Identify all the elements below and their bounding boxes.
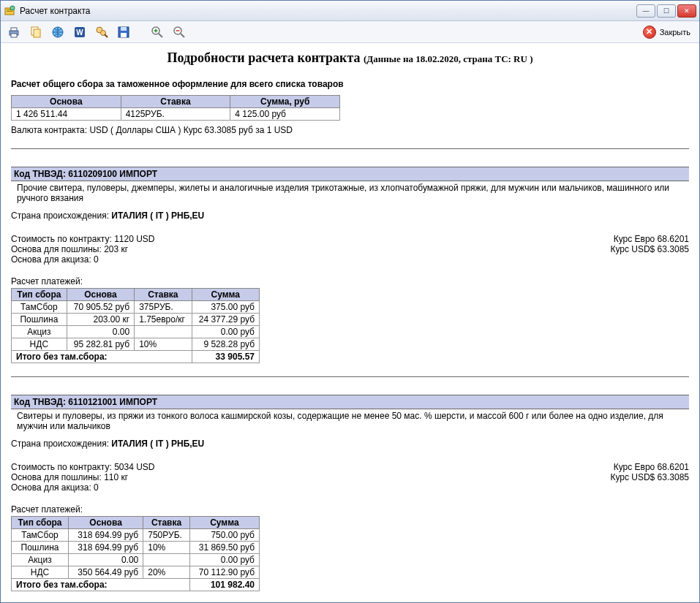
fee-row: 1 426 511.44 4125РУБ. 4 125.00 руб [12, 108, 340, 121]
window-title: Расчет контракта [20, 6, 636, 16]
info-row: Стоимость по контракту: 1120 USD Основа … [11, 234, 689, 265]
calc-type: Акциз [12, 326, 67, 338]
svg-rect-8 [34, 29, 40, 37]
calc-rate: 375РУБ. [135, 301, 192, 314]
origin-label: Страна происхождения: [11, 439, 109, 449]
calc-h-base: Основа [68, 517, 143, 529]
svg-line-14 [105, 34, 108, 37]
calc-rate: 20% [143, 566, 190, 579]
info-right: Курс Евро 68.6201 Курс USD$ 63.3085 [610, 462, 689, 493]
calc-h-rate: Ставка [135, 289, 192, 301]
tnved-header: Код ТНВЭД: 6110121001 ИМПОРТ [11, 395, 689, 409]
calc-table: Тип сбора Основа Ставка Сумма ТамСбор 31… [11, 516, 260, 591]
excise-base: Основа для акциза: 0 [11, 254, 155, 265]
origin-line: Страна происхождения: ИТАЛИЯ ( IT ) РНБ,… [11, 439, 689, 449]
calc-row: ТамСбор 318 694.99 руб 750РУБ. 750.00 ру… [12, 529, 260, 542]
usd-rate: Курс USD$ 63.3085 [610, 472, 689, 482]
calc-type: Пошлина [12, 542, 69, 554]
calc-title: Расчет платежей: [11, 504, 689, 515]
search-icon[interactable] [93, 23, 110, 41]
calc-base: 203.00 кг [67, 314, 134, 326]
duty-base: Основа для пошлины: 203 кг [11, 244, 155, 254]
calc-row: Пошлина 203.00 кг 1.75евро/кг 24 377.29 … [12, 314, 260, 326]
close-button[interactable]: ✕ Закрыть [639, 24, 695, 40]
fee-table: Основа Ставка Сумма, руб 1 426 511.44 41… [11, 95, 340, 121]
calc-total-label: Итого без там.сбора: [12, 579, 190, 591]
divider [11, 148, 689, 149]
duty-base: Основа для пошлины: 110 кг [11, 472, 155, 482]
print-icon[interactable] [5, 23, 23, 41]
calc-total-row: Итого без там.сбора: 33 905.57 [12, 351, 260, 363]
calc-h-rate: Ставка [143, 517, 190, 529]
calc-rate [143, 554, 190, 566]
excise-base: Основа для акциза: 0 [11, 482, 155, 493]
calc-sum: 375.00 руб [192, 301, 259, 314]
minimize-button[interactable]: — [636, 4, 655, 18]
divider [11, 376, 689, 377]
svg-rect-17 [121, 33, 127, 37]
internet-icon[interactable] [49, 23, 67, 41]
fee-base: 1 426 511.44 [12, 108, 121, 121]
save-icon[interactable] [115, 23, 132, 41]
svg-rect-16 [121, 27, 127, 31]
calc-sum: 31 869.50 руб [189, 542, 259, 554]
calc-sum: 0.00 руб [192, 326, 259, 338]
zoom-out-icon[interactable] [170, 23, 188, 41]
calc-total-label: Итого без там.сбора: [12, 351, 192, 363]
calc-h-sum: Сумма [189, 517, 259, 529]
calc-base: 0.00 [68, 554, 143, 566]
calc-type: ТамСбор [12, 301, 67, 314]
origin-value: ИТАЛИЯ ( IT ) РНБ,EU [111, 439, 204, 449]
calc-rate: 10% [143, 542, 190, 554]
svg-rect-2 [7, 11, 12, 12]
fee-header-base: Основа [12, 96, 121, 108]
calc-total-value: 33 905.57 [192, 351, 259, 363]
page-title: Подробности расчета контракта (Данные на… [11, 50, 689, 66]
calc-type: Пошлина [12, 314, 67, 326]
contract-value: Стоимость по контракту: 1120 USD [11, 234, 155, 244]
calc-base: 318 694.99 руб [68, 529, 143, 542]
euro-rate: Курс Евро 68.6201 [610, 462, 689, 472]
fee-rate: 4125РУБ. [121, 108, 230, 121]
close-label: Закрыть [660, 28, 690, 37]
calc-total-row: Итого без там.сбора: 101 982.40 [12, 579, 260, 591]
calc-base: 70 905.52 руб [67, 301, 134, 314]
origin-line: Страна происхождения: ИТАЛИЯ ( IT ) РНБ,… [11, 211, 689, 221]
svg-text:W: W [76, 29, 83, 37]
app-window: Расчет контракта — ☐ ✕ W [0, 0, 700, 603]
calc-row: НДС 95 282.81 руб 10% 9 528.28 руб [12, 338, 260, 351]
calc-row: Акциз 0.00 0.00 руб [12, 326, 260, 338]
calc-base: 0.00 [67, 326, 134, 338]
calc-type: Акциз [12, 554, 69, 566]
calc-h-type: Тип сбора [12, 517, 69, 529]
calc-total-value: 101 982.40 [189, 579, 259, 591]
calc-rate: 10% [135, 338, 192, 351]
svg-rect-6 [11, 34, 17, 37]
fee-header-sum: Сумма, руб [230, 96, 340, 108]
fee-header-rate: Ставка [121, 96, 230, 108]
calc-h-base: Основа [67, 289, 134, 301]
close-icon: ✕ [643, 26, 656, 39]
close-window-button[interactable]: ✕ [677, 4, 696, 18]
calc-sum: 9 528.28 руб [192, 338, 259, 351]
tnved-header: Код ТНВЭД: 6110209100 ИМПОРТ [11, 167, 689, 181]
copy-icon[interactable] [27, 23, 45, 41]
word-icon[interactable]: W [71, 23, 89, 41]
content-area[interactable]: Подробности расчета контракта (Данные на… [1, 43, 699, 602]
item-description: Прочие свитера, пуловеры, джемперы, жиле… [11, 181, 689, 206]
item-description: Свитеры и пуловеры, из пряжи из тонкого … [11, 409, 689, 434]
zoom-in-icon[interactable] [148, 23, 166, 41]
calc-type: НДС [12, 566, 69, 579]
svg-line-23 [181, 34, 184, 37]
svg-point-3 [10, 6, 15, 10]
calc-h-type: Тип сбора [12, 289, 67, 301]
contract-value: Стоимость по контракту: 5034 USD [11, 462, 155, 472]
origin-value: ИТАЛИЯ ( IT ) РНБ,EU [111, 211, 204, 221]
calc-h-sum: Сумма [192, 289, 259, 301]
calc-sum: 0.00 руб [189, 554, 259, 566]
calc-row: Акциз 0.00 0.00 руб [12, 554, 260, 566]
maximize-button[interactable]: ☐ [657, 4, 676, 18]
calc-table: Тип сбора Основа Ставка Сумма ТамСбор 70… [11, 288, 260, 363]
euro-rate: Курс Евро 68.6201 [610, 234, 689, 244]
currency-line: Валюта контракта: USD ( Доллары США ) Ку… [11, 125, 689, 135]
